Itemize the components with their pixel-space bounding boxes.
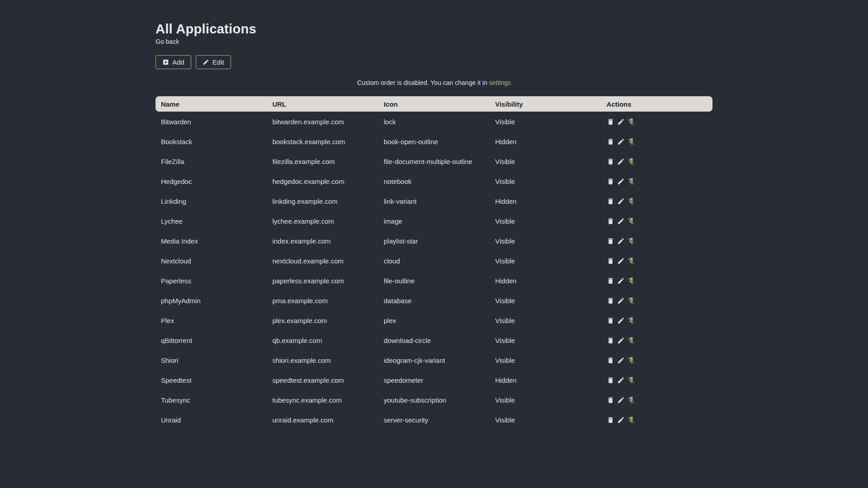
pin-toggle-button[interactable] <box>627 117 636 126</box>
pencil-icon <box>617 297 625 305</box>
edit-row-button[interactable] <box>617 396 625 404</box>
delete-button[interactable] <box>607 416 615 424</box>
pin-toggle-button[interactable] <box>627 237 636 245</box>
delete-button[interactable] <box>607 396 615 404</box>
delete-button[interactable] <box>607 237 615 245</box>
delete-button[interactable] <box>607 257 615 265</box>
app-visibility: Visible <box>490 410 601 430</box>
pin-toggle-button[interactable] <box>627 137 636 145</box>
pin-toggle-button[interactable] <box>627 396 636 404</box>
header-actions: Actions <box>601 96 712 112</box>
app-actions <box>601 271 712 291</box>
table-row: Hedgedoc hedgedoc.example.com notebook V… <box>156 171 712 191</box>
edit-row-button[interactable] <box>617 277 625 285</box>
edit-row-button[interactable] <box>617 157 625 165</box>
app-icon-name: database <box>378 291 490 310</box>
table-row: Tubesync tubesync.example.com youtube-su… <box>156 390 712 410</box>
app-visibility: Visible <box>490 211 601 231</box>
pin-off-icon <box>627 357 635 364</box>
app-url: lychee.example.com <box>267 211 378 231</box>
pin-toggle-button[interactable] <box>627 316 636 324</box>
app-name: Tubesync <box>156 390 267 410</box>
app-visibility: Visible <box>490 310 601 330</box>
page-title: All Applications <box>156 22 712 36</box>
pin-off-icon <box>627 158 635 165</box>
pin-off-icon <box>627 317 635 324</box>
edit-row-button[interactable] <box>617 237 625 245</box>
applications-table-header: Name URL Icon Visibility Actions <box>156 96 712 112</box>
delete-button[interactable] <box>607 197 615 205</box>
app-visibility: Visible <box>490 231 601 251</box>
delete-button[interactable] <box>607 117 615 126</box>
delete-button[interactable] <box>607 296 615 305</box>
pin-toggle-button[interactable] <box>627 177 636 185</box>
pin-toggle-button[interactable] <box>627 376 636 384</box>
trash-can-icon <box>607 396 614 404</box>
table-row: Bitwarden bitwarden.example.com lock Vis… <box>156 112 712 131</box>
app-url: paperless.example.com <box>267 271 378 291</box>
pin-toggle-button[interactable] <box>627 277 636 285</box>
settings-link[interactable]: settings <box>489 79 511 86</box>
add-button-label: Add <box>172 58 184 66</box>
delete-button[interactable] <box>607 336 615 344</box>
app-url: plex.example.com <box>267 310 378 330</box>
edit-button[interactable]: Edit <box>196 55 231 69</box>
pencil-icon <box>617 158 625 165</box>
app-name: Unraid <box>156 410 267 430</box>
edit-row-button[interactable] <box>617 117 625 126</box>
edit-row-button[interactable] <box>617 197 625 205</box>
header-name: Name <box>156 96 267 112</box>
table-row: Unraid unraid.example.com server-securit… <box>156 410 712 430</box>
edit-row-button[interactable] <box>617 376 625 384</box>
delete-button[interactable] <box>607 356 615 364</box>
delete-button[interactable] <box>607 316 615 324</box>
edit-row-button[interactable] <box>617 336 625 344</box>
pencil-icon <box>617 118 625 126</box>
pin-toggle-button[interactable] <box>627 356 636 364</box>
add-button[interactable]: Add <box>156 55 191 69</box>
delete-button[interactable] <box>607 277 615 285</box>
edit-row-button[interactable] <box>617 137 625 145</box>
app-icon-name: download-circle <box>378 330 490 350</box>
pin-toggle-button[interactable] <box>627 197 636 205</box>
app-actions <box>601 390 712 410</box>
app-actions <box>601 291 712 310</box>
edit-row-button[interactable] <box>617 257 625 265</box>
toolbar: Add Edit <box>156 55 712 69</box>
pencil-icon <box>617 217 625 225</box>
go-back-link[interactable]: Go back <box>156 38 179 45</box>
pin-toggle-button[interactable] <box>627 157 636 165</box>
delete-button[interactable] <box>607 157 615 165</box>
edit-row-button[interactable] <box>617 356 625 364</box>
app-url: tubesync.example.com <box>267 390 378 410</box>
applications-table: Name URL Icon Visibility Actions Bitward… <box>156 96 712 430</box>
app-icon-name: link-variant <box>378 191 490 211</box>
edit-row-button[interactable] <box>617 217 625 225</box>
delete-button[interactable] <box>607 376 615 384</box>
apps-table-body: Bitwarden bitwarden.example.com lock Vis… <box>156 112 712 430</box>
pin-toggle-button[interactable] <box>627 257 636 265</box>
table-row: qBittorrent qb.example.com download-circ… <box>156 330 712 350</box>
trash-can-icon <box>607 178 614 185</box>
app-icon-name: notebook <box>378 171 490 191</box>
pin-toggle-button[interactable] <box>627 336 636 344</box>
edit-row-button[interactable] <box>617 416 625 424</box>
app-actions <box>601 410 712 430</box>
page-container: All Applications Go back Add Edit Custom… <box>156 0 712 430</box>
app-actions <box>601 191 712 211</box>
trash-can-icon <box>607 317 614 324</box>
edit-row-button[interactable] <box>617 177 625 185</box>
delete-button[interactable] <box>607 217 615 225</box>
app-icon-name: image <box>378 211 490 231</box>
app-actions <box>601 112 712 131</box>
edit-row-button[interactable] <box>617 316 625 324</box>
pin-toggle-button[interactable] <box>627 217 636 225</box>
pin-off-icon <box>627 277 635 285</box>
pin-toggle-button[interactable] <box>627 416 636 424</box>
pencil-icon <box>617 138 625 145</box>
app-visibility: Visible <box>490 390 601 410</box>
delete-button[interactable] <box>607 177 615 185</box>
pin-toggle-button[interactable] <box>627 296 636 305</box>
edit-row-button[interactable] <box>617 296 625 305</box>
delete-button[interactable] <box>607 137 615 145</box>
